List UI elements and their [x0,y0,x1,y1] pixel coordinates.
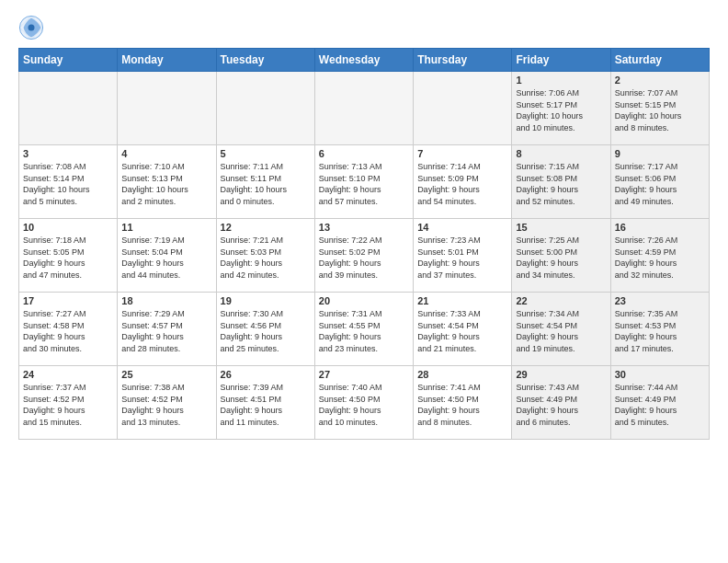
day-info: Sunrise: 7:19 AM Sunset: 5:04 PM Dayligh… [121,235,211,281]
page-header [18,15,710,40]
calendar-cell-4-5: 21Sunrise: 7:33 AM Sunset: 4:54 PM Dayli… [414,293,512,366]
day-number: 10 [23,222,113,233]
calendar-cell-1-2 [118,72,216,145]
day-number: 30 [615,369,705,380]
day-info: Sunrise: 7:31 AM Sunset: 4:55 PM Dayligh… [319,308,409,354]
calendar-cell-4-1: 17Sunrise: 7:27 AM Sunset: 4:58 PM Dayli… [19,293,118,366]
calendar-cell-5-5: 28Sunrise: 7:41 AM Sunset: 4:50 PM Dayli… [414,366,512,440]
day-info: Sunrise: 7:15 AM Sunset: 5:08 PM Dayligh… [516,161,606,207]
calendar-cell-2-7: 9Sunrise: 7:17 AM Sunset: 5:06 PM Daylig… [610,145,709,219]
day-info: Sunrise: 7:21 AM Sunset: 5:03 PM Dayligh… [221,235,311,281]
day-info: Sunrise: 7:29 AM Sunset: 4:57 PM Dayligh… [121,308,211,354]
day-number: 22 [516,295,606,306]
logo-icon [18,15,44,40]
day-number: 16 [615,222,705,233]
calendar-cell-3-2: 11Sunrise: 7:19 AM Sunset: 5:04 PM Dayli… [118,219,216,293]
day-number: 4 [121,148,211,159]
day-number: 8 [516,148,606,159]
calendar-cell-1-6: 1Sunrise: 7:06 AM Sunset: 5:17 PM Daylig… [512,72,610,145]
day-number: 1 [516,75,606,86]
calendar-table: SundayMondayTuesdayWednesdayThursdayFrid… [18,48,710,440]
day-info: Sunrise: 7:34 AM Sunset: 4:54 PM Dayligh… [516,308,606,354]
day-info: Sunrise: 7:23 AM Sunset: 5:01 PM Dayligh… [417,235,507,281]
day-number: 9 [615,148,705,159]
calendar-cell-5-4: 27Sunrise: 7:40 AM Sunset: 4:50 PM Dayli… [314,366,413,440]
day-info: Sunrise: 7:14 AM Sunset: 5:09 PM Dayligh… [417,161,507,207]
day-number: 29 [516,369,606,380]
day-number: 14 [417,222,507,233]
calendar-cell-3-6: 15Sunrise: 7:25 AM Sunset: 5:00 PM Dayli… [512,219,610,293]
day-number: 11 [121,222,211,233]
day-number: 6 [319,148,409,159]
day-info: Sunrise: 7:17 AM Sunset: 5:06 PM Dayligh… [615,161,705,207]
day-number: 28 [417,369,507,380]
weekday-header-tuesday: Tuesday [216,49,314,72]
day-number: 3 [23,148,113,159]
day-number: 23 [615,295,705,306]
calendar-body: 1Sunrise: 7:06 AM Sunset: 5:17 PM Daylig… [19,72,710,440]
calendar-week-4: 17Sunrise: 7:27 AM Sunset: 4:58 PM Dayli… [19,293,710,366]
calendar-cell-4-4: 20Sunrise: 7:31 AM Sunset: 4:55 PM Dayli… [314,293,413,366]
weekday-header-thursday: Thursday [414,49,512,72]
day-number: 24 [23,369,113,380]
day-number: 17 [23,295,113,306]
day-number: 19 [221,295,311,306]
day-info: Sunrise: 7:39 AM Sunset: 4:51 PM Dayligh… [221,382,311,428]
day-info: Sunrise: 7:22 AM Sunset: 5:02 PM Dayligh… [319,235,409,281]
day-info: Sunrise: 7:30 AM Sunset: 4:56 PM Dayligh… [221,308,311,354]
weekday-header-saturday: Saturday [610,49,709,72]
calendar-cell-2-2: 4Sunrise: 7:10 AM Sunset: 5:13 PM Daylig… [118,145,216,219]
calendar-cell-3-3: 12Sunrise: 7:21 AM Sunset: 5:03 PM Dayli… [216,219,314,293]
calendar-cell-1-1 [19,72,118,145]
calendar-week-1: 1Sunrise: 7:06 AM Sunset: 5:17 PM Daylig… [19,72,710,145]
calendar-cell-4-3: 19Sunrise: 7:30 AM Sunset: 4:56 PM Dayli… [216,293,314,366]
day-info: Sunrise: 7:40 AM Sunset: 4:50 PM Dayligh… [319,382,409,428]
day-number: 13 [319,222,409,233]
calendar-cell-3-1: 10Sunrise: 7:18 AM Sunset: 5:05 PM Dayli… [19,219,118,293]
calendar-cell-4-6: 22Sunrise: 7:34 AM Sunset: 4:54 PM Dayli… [512,293,610,366]
day-number: 18 [121,295,211,306]
calendar-cell-5-2: 25Sunrise: 7:38 AM Sunset: 4:52 PM Dayli… [118,366,216,440]
weekday-header-monday: Monday [118,49,216,72]
day-info: Sunrise: 7:08 AM Sunset: 5:14 PM Dayligh… [23,161,113,207]
day-number: 21 [417,295,507,306]
day-info: Sunrise: 7:26 AM Sunset: 4:59 PM Dayligh… [615,235,705,281]
calendar-cell-1-3 [216,72,314,145]
weekday-header-friday: Friday [512,49,610,72]
calendar-cell-4-2: 18Sunrise: 7:29 AM Sunset: 4:57 PM Dayli… [118,293,216,366]
day-info: Sunrise: 7:06 AM Sunset: 5:17 PM Dayligh… [516,87,606,133]
day-info: Sunrise: 7:44 AM Sunset: 4:49 PM Dayligh… [615,382,705,428]
calendar-cell-2-5: 7Sunrise: 7:14 AM Sunset: 5:09 PM Daylig… [414,145,512,219]
calendar-cell-3-4: 13Sunrise: 7:22 AM Sunset: 5:02 PM Dayli… [314,219,413,293]
svg-point-1 [28,25,35,31]
day-info: Sunrise: 7:13 AM Sunset: 5:10 PM Dayligh… [319,161,409,207]
calendar-week-3: 10Sunrise: 7:18 AM Sunset: 5:05 PM Dayli… [19,219,710,293]
logo [18,15,46,40]
calendar-cell-1-7: 2Sunrise: 7:07 AM Sunset: 5:15 PM Daylig… [610,72,709,145]
day-info: Sunrise: 7:25 AM Sunset: 5:00 PM Dayligh… [516,235,606,281]
calendar-cell-5-3: 26Sunrise: 7:39 AM Sunset: 4:51 PM Dayli… [216,366,314,440]
calendar-week-5: 24Sunrise: 7:37 AM Sunset: 4:52 PM Dayli… [19,366,710,440]
day-info: Sunrise: 7:37 AM Sunset: 4:52 PM Dayligh… [23,382,113,428]
calendar-cell-2-1: 3Sunrise: 7:08 AM Sunset: 5:14 PM Daylig… [19,145,118,219]
day-number: 20 [319,295,409,306]
calendar-cell-2-3: 5Sunrise: 7:11 AM Sunset: 5:11 PM Daylig… [216,145,314,219]
day-info: Sunrise: 7:38 AM Sunset: 4:52 PM Dayligh… [121,382,211,428]
calendar-header: SundayMondayTuesdayWednesdayThursdayFrid… [19,49,710,72]
calendar-cell-3-7: 16Sunrise: 7:26 AM Sunset: 4:59 PM Dayli… [610,219,709,293]
calendar-cell-1-5 [414,72,512,145]
weekday-header-wednesday: Wednesday [314,49,413,72]
day-number: 27 [319,369,409,380]
day-info: Sunrise: 7:18 AM Sunset: 5:05 PM Dayligh… [23,235,113,281]
day-number: 2 [615,75,705,86]
calendar-cell-5-1: 24Sunrise: 7:37 AM Sunset: 4:52 PM Dayli… [19,366,118,440]
day-info: Sunrise: 7:27 AM Sunset: 4:58 PM Dayligh… [23,308,113,354]
day-number: 15 [516,222,606,233]
calendar-cell-4-7: 23Sunrise: 7:35 AM Sunset: 4:53 PM Dayli… [610,293,709,366]
weekday-header-row: SundayMondayTuesdayWednesdayThursdayFrid… [19,49,710,72]
calendar-cell-2-4: 6Sunrise: 7:13 AM Sunset: 5:10 PM Daylig… [314,145,413,219]
day-info: Sunrise: 7:07 AM Sunset: 5:15 PM Dayligh… [615,87,705,133]
calendar-cell-2-6: 8Sunrise: 7:15 AM Sunset: 5:08 PM Daylig… [512,145,610,219]
day-number: 7 [417,148,507,159]
day-info: Sunrise: 7:11 AM Sunset: 5:11 PM Dayligh… [221,161,311,207]
